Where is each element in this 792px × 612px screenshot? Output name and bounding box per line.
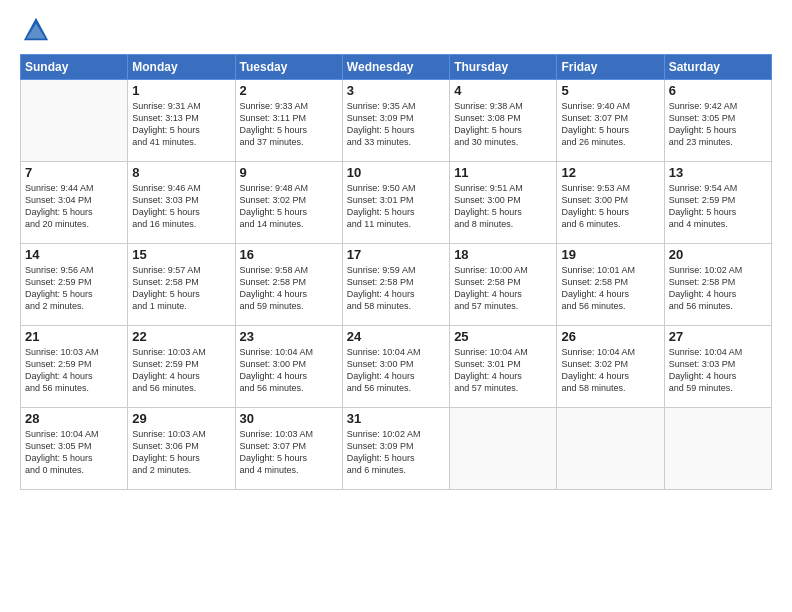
weekday-header-sunday: Sunday: [21, 55, 128, 80]
day-cell: 5Sunrise: 9:40 AM Sunset: 3:07 PM Daylig…: [557, 80, 664, 162]
week-row-2: 7Sunrise: 9:44 AM Sunset: 3:04 PM Daylig…: [21, 162, 772, 244]
day-number: 18: [454, 247, 552, 262]
day-info: Sunrise: 9:35 AM Sunset: 3:09 PM Dayligh…: [347, 100, 445, 149]
day-info: Sunrise: 10:03 AM Sunset: 2:59 PM Daylig…: [132, 346, 230, 395]
day-number: 23: [240, 329, 338, 344]
day-cell: [450, 408, 557, 490]
logo: [20, 16, 54, 48]
day-cell: 12Sunrise: 9:53 AM Sunset: 3:00 PM Dayli…: [557, 162, 664, 244]
day-cell: 21Sunrise: 10:03 AM Sunset: 2:59 PM Dayl…: [21, 326, 128, 408]
day-number: 30: [240, 411, 338, 426]
day-number: 8: [132, 165, 230, 180]
day-cell: 17Sunrise: 9:59 AM Sunset: 2:58 PM Dayli…: [342, 244, 449, 326]
header: [20, 16, 772, 48]
day-cell: 23Sunrise: 10:04 AM Sunset: 3:00 PM Dayl…: [235, 326, 342, 408]
day-info: Sunrise: 10:03 AM Sunset: 3:06 PM Daylig…: [132, 428, 230, 477]
day-number: 20: [669, 247, 767, 262]
day-cell: 15Sunrise: 9:57 AM Sunset: 2:58 PM Dayli…: [128, 244, 235, 326]
day-info: Sunrise: 9:42 AM Sunset: 3:05 PM Dayligh…: [669, 100, 767, 149]
day-cell: 13Sunrise: 9:54 AM Sunset: 2:59 PM Dayli…: [664, 162, 771, 244]
day-info: Sunrise: 10:04 AM Sunset: 3:05 PM Daylig…: [25, 428, 123, 477]
day-cell: 20Sunrise: 10:02 AM Sunset: 2:58 PM Dayl…: [664, 244, 771, 326]
day-info: Sunrise: 9:31 AM Sunset: 3:13 PM Dayligh…: [132, 100, 230, 149]
day-number: 25: [454, 329, 552, 344]
calendar: SundayMondayTuesdayWednesdayThursdayFrid…: [20, 54, 772, 490]
day-cell: [557, 408, 664, 490]
week-row-1: 1Sunrise: 9:31 AM Sunset: 3:13 PM Daylig…: [21, 80, 772, 162]
day-number: 15: [132, 247, 230, 262]
weekday-header-thursday: Thursday: [450, 55, 557, 80]
day-info: Sunrise: 10:03 AM Sunset: 3:07 PM Daylig…: [240, 428, 338, 477]
day-number: 14: [25, 247, 123, 262]
day-number: 24: [347, 329, 445, 344]
day-cell: [664, 408, 771, 490]
day-number: 29: [132, 411, 230, 426]
day-cell: 4Sunrise: 9:38 AM Sunset: 3:08 PM Daylig…: [450, 80, 557, 162]
day-number: 17: [347, 247, 445, 262]
day-info: Sunrise: 10:04 AM Sunset: 3:03 PM Daylig…: [669, 346, 767, 395]
day-number: 31: [347, 411, 445, 426]
day-cell: 1Sunrise: 9:31 AM Sunset: 3:13 PM Daylig…: [128, 80, 235, 162]
day-cell: 7Sunrise: 9:44 AM Sunset: 3:04 PM Daylig…: [21, 162, 128, 244]
day-info: Sunrise: 10:00 AM Sunset: 2:58 PM Daylig…: [454, 264, 552, 313]
day-info: Sunrise: 9:48 AM Sunset: 3:02 PM Dayligh…: [240, 182, 338, 231]
day-cell: 16Sunrise: 9:58 AM Sunset: 2:58 PM Dayli…: [235, 244, 342, 326]
day-cell: 29Sunrise: 10:03 AM Sunset: 3:06 PM Dayl…: [128, 408, 235, 490]
day-info: Sunrise: 9:44 AM Sunset: 3:04 PM Dayligh…: [25, 182, 123, 231]
day-number: 6: [669, 83, 767, 98]
day-info: Sunrise: 9:54 AM Sunset: 2:59 PM Dayligh…: [669, 182, 767, 231]
day-info: Sunrise: 9:40 AM Sunset: 3:07 PM Dayligh…: [561, 100, 659, 149]
day-cell: 25Sunrise: 10:04 AM Sunset: 3:01 PM Dayl…: [450, 326, 557, 408]
day-cell: 22Sunrise: 10:03 AM Sunset: 2:59 PM Dayl…: [128, 326, 235, 408]
day-info: Sunrise: 10:03 AM Sunset: 2:59 PM Daylig…: [25, 346, 123, 395]
day-cell: 19Sunrise: 10:01 AM Sunset: 2:58 PM Dayl…: [557, 244, 664, 326]
day-number: 10: [347, 165, 445, 180]
day-info: Sunrise: 10:02 AM Sunset: 3:09 PM Daylig…: [347, 428, 445, 477]
day-cell: 24Sunrise: 10:04 AM Sunset: 3:00 PM Dayl…: [342, 326, 449, 408]
day-info: Sunrise: 10:04 AM Sunset: 3:00 PM Daylig…: [240, 346, 338, 395]
day-number: 19: [561, 247, 659, 262]
day-cell: 8Sunrise: 9:46 AM Sunset: 3:03 PM Daylig…: [128, 162, 235, 244]
day-number: 28: [25, 411, 123, 426]
day-number: 3: [347, 83, 445, 98]
day-number: 4: [454, 83, 552, 98]
weekday-header-tuesday: Tuesday: [235, 55, 342, 80]
weekday-header-monday: Monday: [128, 55, 235, 80]
day-info: Sunrise: 9:51 AM Sunset: 3:00 PM Dayligh…: [454, 182, 552, 231]
week-row-3: 14Sunrise: 9:56 AM Sunset: 2:59 PM Dayli…: [21, 244, 772, 326]
day-number: 21: [25, 329, 123, 344]
day-cell: 30Sunrise: 10:03 AM Sunset: 3:07 PM Dayl…: [235, 408, 342, 490]
day-info: Sunrise: 9:38 AM Sunset: 3:08 PM Dayligh…: [454, 100, 552, 149]
day-number: 26: [561, 329, 659, 344]
day-number: 5: [561, 83, 659, 98]
day-info: Sunrise: 9:33 AM Sunset: 3:11 PM Dayligh…: [240, 100, 338, 149]
day-info: Sunrise: 9:59 AM Sunset: 2:58 PM Dayligh…: [347, 264, 445, 313]
day-info: Sunrise: 9:53 AM Sunset: 3:00 PM Dayligh…: [561, 182, 659, 231]
weekday-header-saturday: Saturday: [664, 55, 771, 80]
weekday-header-wednesday: Wednesday: [342, 55, 449, 80]
day-info: Sunrise: 9:56 AM Sunset: 2:59 PM Dayligh…: [25, 264, 123, 313]
week-row-4: 21Sunrise: 10:03 AM Sunset: 2:59 PM Dayl…: [21, 326, 772, 408]
day-number: 22: [132, 329, 230, 344]
day-cell: 28Sunrise: 10:04 AM Sunset: 3:05 PM Dayl…: [21, 408, 128, 490]
day-number: 27: [669, 329, 767, 344]
day-cell: 3Sunrise: 9:35 AM Sunset: 3:09 PM Daylig…: [342, 80, 449, 162]
day-number: 7: [25, 165, 123, 180]
day-number: 16: [240, 247, 338, 262]
day-info: Sunrise: 10:04 AM Sunset: 3:02 PM Daylig…: [561, 346, 659, 395]
day-number: 1: [132, 83, 230, 98]
day-cell: 9Sunrise: 9:48 AM Sunset: 3:02 PM Daylig…: [235, 162, 342, 244]
week-row-5: 28Sunrise: 10:04 AM Sunset: 3:05 PM Dayl…: [21, 408, 772, 490]
day-info: Sunrise: 9:57 AM Sunset: 2:58 PM Dayligh…: [132, 264, 230, 313]
page: SundayMondayTuesdayWednesdayThursdayFrid…: [0, 0, 792, 612]
day-cell: [21, 80, 128, 162]
day-cell: 31Sunrise: 10:02 AM Sunset: 3:09 PM Dayl…: [342, 408, 449, 490]
day-info: Sunrise: 10:04 AM Sunset: 3:01 PM Daylig…: [454, 346, 552, 395]
day-info: Sunrise: 10:04 AM Sunset: 3:00 PM Daylig…: [347, 346, 445, 395]
day-number: 2: [240, 83, 338, 98]
day-number: 13: [669, 165, 767, 180]
day-info: Sunrise: 10:02 AM Sunset: 2:58 PM Daylig…: [669, 264, 767, 313]
day-info: Sunrise: 9:58 AM Sunset: 2:58 PM Dayligh…: [240, 264, 338, 313]
day-cell: 18Sunrise: 10:00 AM Sunset: 2:58 PM Dayl…: [450, 244, 557, 326]
day-cell: 2Sunrise: 9:33 AM Sunset: 3:11 PM Daylig…: [235, 80, 342, 162]
